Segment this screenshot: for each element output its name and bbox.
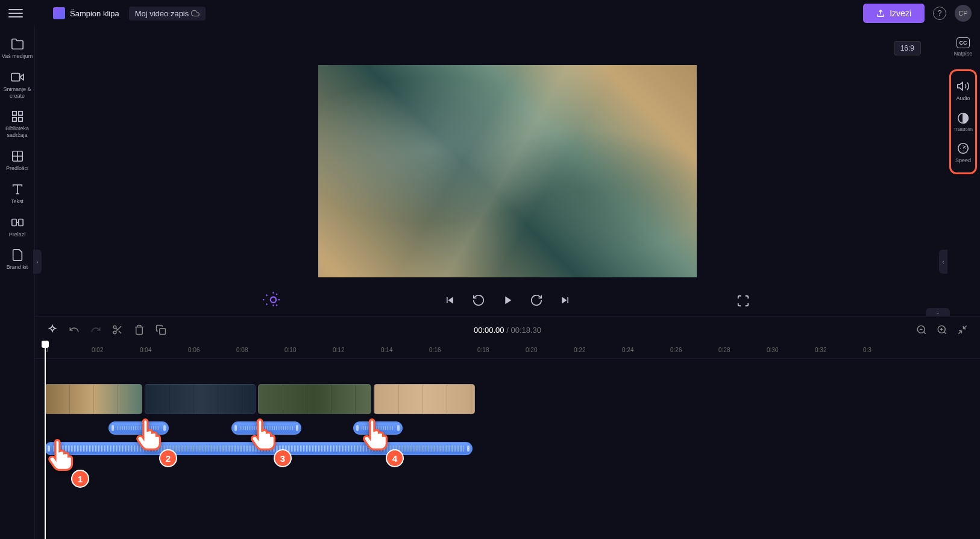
audio-sfx-track [45, 421, 980, 435]
ruler-tick: 0:08 [236, 347, 248, 353]
nav-captions[interactable]: CC Natpise [946, 34, 980, 61]
step-forward-button[interactable] [529, 293, 544, 307]
delete-button[interactable] [134, 324, 145, 335]
zoom-out-button[interactable] [916, 324, 927, 335]
nav-label: Brand kit [7, 264, 28, 271]
audio-clip-music[interactable] [45, 442, 473, 455]
collapse-right-panel-button[interactable]: ‹ [939, 250, 947, 274]
audio-clip[interactable] [353, 421, 403, 435]
nav-audio[interactable]: Audio [951, 76, 975, 106]
video-clip[interactable] [145, 384, 256, 414]
clip-handle-left[interactable] [356, 425, 359, 431]
annotation-badge: 1 [71, 470, 89, 488]
current-time: 00:00.00 [474, 326, 504, 335]
skip-back-button[interactable] [442, 293, 457, 307]
nav-label: Audio [956, 95, 970, 102]
nav-brand-kit[interactable]: Brand kit [0, 245, 34, 274]
ruler-tick: 0:12 [333, 347, 344, 353]
ruler-tick: 0:18 [477, 347, 489, 353]
step-back-button[interactable] [471, 293, 486, 307]
undo-button[interactable] [69, 324, 80, 335]
ruler-tick: 0:04 [140, 347, 151, 353]
playhead[interactable] [45, 343, 46, 539]
nav-speed[interactable]: Speed [951, 138, 975, 168]
aspect-ratio-button[interactable]: 16:9 [894, 41, 921, 55]
upload-icon [876, 9, 885, 17]
clip-handle-right[interactable] [296, 425, 298, 431]
duplicate-button[interactable] [155, 324, 166, 335]
templates-icon [11, 150, 24, 163]
right-sidebar: CC Natpise Audio Transform Speed ‹ [946, 27, 980, 539]
nav-transitions[interactable]: Prelazi [0, 212, 34, 242]
camera-icon [11, 71, 24, 84]
nav-label: Prelazi [9, 232, 26, 238]
menu-button[interactable] [8, 6, 23, 20]
ruler-tick: 0:3 [863, 347, 872, 353]
user-avatar[interactable]: CP [955, 5, 972, 22]
video-preview-canvas[interactable] [318, 65, 697, 277]
svg-rect-2 [18, 112, 22, 115]
nav-adjust[interactable]: Transform [951, 108, 975, 136]
nav-text[interactable]: Tekst [0, 179, 34, 209]
transitions-icon [11, 216, 24, 229]
project-name-text: Moj video zapis [135, 9, 189, 18]
clip-handle-left[interactable] [234, 425, 237, 431]
clip-handle-right[interactable] [397, 425, 400, 431]
svg-rect-3 [12, 118, 16, 121]
svg-rect-1 [12, 112, 16, 115]
audio-clip[interactable] [231, 421, 301, 435]
nav-label: Vaš medijum [2, 53, 33, 60]
clip-handle-right[interactable] [163, 425, 166, 431]
ruler-tick: 0:14 [381, 347, 392, 353]
video-track [45, 384, 980, 414]
nav-label: Transform [953, 127, 973, 132]
main-area: 16:9 ⌄ 00:00.00 / 00:18.30 [35, 27, 980, 539]
ruler-tick: 0:02 [92, 347, 103, 353]
ruler-tick: 0:26 [670, 347, 682, 353]
contrast-icon [956, 112, 970, 125]
video-clip[interactable] [45, 384, 142, 414]
nav-label: Speed [955, 157, 971, 164]
svg-rect-6 [11, 219, 16, 225]
ai-magic-button[interactable] [263, 291, 280, 307]
nav-record-create[interactable]: Snimanje & create [0, 67, 34, 103]
clip-handle-left[interactable] [112, 425, 114, 431]
audio-clip[interactable] [108, 421, 169, 435]
play-button[interactable] [500, 293, 515, 307]
svg-point-10 [113, 331, 116, 334]
clip-handle-right[interactable] [467, 446, 470, 452]
video-clip[interactable] [258, 384, 371, 414]
nav-your-media[interactable]: Vaš medijum [0, 34, 34, 63]
fullscreen-button[interactable] [737, 294, 750, 307]
split-button[interactable] [112, 324, 123, 335]
nav-content-library[interactable]: Biblioteka sadržaja [0, 106, 34, 142]
app-logo-icon [53, 7, 65, 19]
folder-icon [11, 37, 24, 51]
redo-button[interactable] [90, 324, 101, 335]
ruler-tick: 0:22 [574, 347, 585, 353]
export-button[interactable]: Izvezi [863, 4, 925, 23]
svg-point-9 [113, 326, 116, 329]
sparkle-tool-button[interactable] [47, 324, 58, 335]
timeline-tracks: 1 2 3 4 [35, 359, 980, 455]
help-button[interactable]: ? [933, 7, 946, 20]
timeline-ruler[interactable]: 0 0:02 0:04 0:06 0:08 0:10 0:12 0:14 0:1… [35, 343, 980, 359]
brand-icon [11, 248, 24, 262]
skip-forward-button[interactable] [558, 293, 573, 307]
svg-point-8 [271, 297, 276, 303]
timeline-container: ⌄ 00:00.00 / 00:18.30 0 0:02 0:04 0:06 0… [35, 316, 980, 539]
app-name: Šampion klipa [70, 9, 119, 18]
clip-handle-left[interactable] [48, 446, 50, 452]
project-name-field[interactable]: Moj video zapis [129, 7, 206, 20]
svg-rect-4 [18, 118, 22, 121]
audio-music-track [45, 442, 980, 455]
ruler-tick: 0:10 [284, 347, 296, 353]
total-time: 00:18.30 [510, 326, 541, 335]
svg-rect-7 [18, 219, 22, 225]
audio-icon [956, 80, 970, 93]
video-clip[interactable] [374, 384, 475, 414]
library-icon [11, 110, 24, 123]
nav-label: Snimanje & create [0, 86, 34, 99]
speed-icon [956, 142, 970, 155]
nav-templates[interactable]: Predlošci [0, 146, 34, 175]
